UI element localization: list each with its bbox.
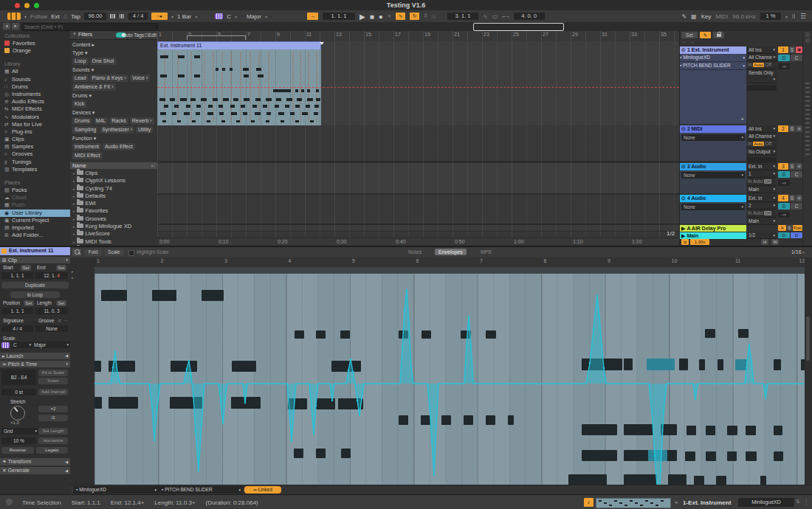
ghost-midi-note[interactable]: [486, 415, 495, 425]
arrangement-position-field[interactable]: 1. 1. 1: [323, 13, 355, 20]
grid-icon[interactable]: ▦: [691, 13, 697, 20]
filter-chip[interactable]: One Shot: [90, 58, 117, 65]
track-4-monitor[interactable]: In Auto Off: [747, 210, 777, 218]
folder-row-clips[interactable]: ▸Clips: [70, 170, 157, 177]
record-button[interactable]: ●: [379, 13, 383, 21]
ghost-midi-note[interactable]: [760, 476, 766, 485]
forward-arrow-icon[interactable]: →: [689, 39, 695, 44]
ghost-midi-note[interactable]: [316, 449, 326, 458]
time-signature-field[interactable]: 4 / 4: [128, 13, 148, 20]
ghost-midi-note[interactable]: [508, 415, 514, 425]
envelope-device-chooser[interactable]: ▪ MinilogueXD▾: [73, 486, 159, 494]
track-1-send-slot[interactable]: [747, 85, 777, 91]
folder-row-favorites[interactable]: ▸Favorites: [70, 207, 157, 215]
track-1-output-type[interactable]: Sends Only▾: [747, 69, 777, 83]
track-3-activator[interactable]: 3: [778, 163, 788, 170]
filter-chip[interactable]: Audio Effect: [103, 143, 135, 150]
clip-end-field[interactable]: 12. 1. 4: [35, 272, 68, 279]
track-2-solo-button[interactable]: S: [789, 125, 796, 132]
filter-chip[interactable]: Utility: [136, 126, 153, 134]
filter-group-content[interactable]: Content ▸: [72, 41, 156, 49]
track-3-solo-button[interactable]: S: [789, 163, 796, 170]
ghost-midi-note[interactable]: [774, 426, 782, 435]
ghost-midi-note[interactable]: [461, 330, 471, 339]
selected-midi-note[interactable]: [735, 359, 747, 370]
main-cue-volume[interactable]: D: [791, 232, 802, 238]
folder-row-defaults[interactable]: ▸Defaults: [70, 193, 157, 200]
track-2-output-type[interactable]: No Output▾: [747, 148, 777, 156]
track-1-volume[interactable]: D: [778, 55, 790, 61]
ghost-midi-note[interactable]: [341, 449, 351, 458]
editor-beat-ruler[interactable]: 123456789101112: [94, 257, 805, 268]
time-ruler[interactable]: 0:000:100:200:300:400:501:001:101:20: [157, 238, 679, 246]
ghost-midi-note[interactable]: [170, 397, 202, 409]
filter-chip[interactable]: Lead: [72, 75, 89, 82]
filter-chip[interactable]: Racks: [109, 117, 128, 125]
ghost-midi-note[interactable]: [582, 424, 617, 435]
quantize-value[interactable]: 1 Bar: [177, 13, 191, 20]
track-3-monitor[interactable]: In Auto Off: [747, 178, 777, 186]
ghost-midi-note[interactable]: [694, 476, 704, 485]
reenable-automation-button[interactable]: ↻: [410, 13, 419, 20]
status-help-icon[interactable]: [6, 499, 13, 505]
expand-arrow-icon[interactable]: ▸: [70, 171, 75, 176]
track-2-activator[interactable]: 2: [778, 125, 788, 132]
editor-left-gutter[interactable]: ▸ ▸: [70, 257, 95, 494]
half-tempo-button[interactable]: /2: [38, 415, 68, 421]
ghost-midi-note[interactable]: [746, 451, 757, 461]
ghost-midi-note[interactable]: [486, 330, 496, 339]
expand-arrow-icon[interactable]: ▸: [70, 224, 75, 229]
folder-row-clyphx-lessons[interactable]: ▸ClyphX Lessons: [70, 177, 157, 184]
track-4-activator[interactable]: 4: [778, 195, 788, 201]
groove-commit-icon[interactable]: ↺: [58, 318, 61, 323]
ghost-midi-note[interactable]: [101, 290, 127, 301]
track-3-meter-value[interactable]: -∞: [778, 180, 790, 186]
legato-button[interactable]: Legato: [36, 447, 68, 454]
sidebar-item-packs[interactable]: ▧Packs: [0, 187, 70, 194]
play-button[interactable]: ▶: [359, 13, 365, 21]
sidebar-item-clips[interactable]: ▣Clips: [0, 136, 70, 143]
tempo-field[interactable]: 96.00: [84, 13, 106, 20]
arrangement-clip-titlebar[interactable]: Ext. Instrument 11: [157, 41, 321, 49]
sidebar-item-current-project[interactable]: ▣Current Project: [0, 217, 70, 224]
track-4-solo-button[interactable]: S: [789, 195, 796, 201]
ghost-midi-note[interactable]: [727, 451, 737, 461]
clip-color-swatch[interactable]: [1, 249, 7, 254]
capture-midi-button[interactable]: ○: [432, 13, 436, 20]
ghost-midi-note[interactable]: [624, 359, 633, 370]
expand-arrow-icon[interactable]: ▸: [70, 217, 75, 221]
browser-back-button[interactable]: ◂: [3, 23, 10, 30]
ghost-midi-note[interactable]: [661, 424, 677, 435]
automation-arm-button[interactable]: ∿: [396, 13, 405, 20]
grid-value-chooser[interactable]: 1/16 ▾: [791, 249, 805, 254]
arrangement-clip[interactable]: Ext. Instrument 11: [157, 41, 321, 125]
clip-panel-titlebar[interactable]: Ext. Instrument 11: [0, 247, 70, 255]
track-1-input-type[interactable]: All Ins▾: [747, 46, 777, 54]
ghost-midi-note[interactable]: [202, 290, 224, 301]
sidebar-item-all[interactable]: ▦All: [0, 68, 70, 75]
filter-chip[interactable]: Drums: [72, 117, 92, 125]
reverse-button[interactable]: Reverse: [1, 447, 34, 454]
grid-chooser[interactable]: Grid▾: [1, 428, 38, 434]
expand-arrow-icon[interactable]: ▸: [70, 187, 75, 191]
punch-icons[interactable]: ⌐¬: [502, 13, 509, 20]
filter-chip[interactable]: Voice ›: [130, 75, 150, 82]
automation-pencil-toggle[interactable]: ✎: [700, 32, 711, 38]
ghost-midi-note[interactable]: [316, 398, 335, 409]
clip-length-field[interactable]: 11. 0. 3: [35, 308, 68, 314]
link-icon[interactable]: [7, 13, 21, 20]
track-2-lane[interactable]: [157, 125, 679, 163]
ghost-midi-note[interactable]: [685, 451, 695, 461]
position-set-button[interactable]: Set: [24, 300, 34, 306]
track-4-input-channel[interactable]: 2▾: [747, 202, 777, 210]
track-4-volume[interactable]: D: [778, 203, 790, 210]
hamburger-menu-icon[interactable]: ☰: [800, 13, 806, 20]
launch-section-header[interactable]: ▸ Launch◀: [0, 353, 70, 359]
expand-arrow-icon[interactable]: ▸: [70, 209, 75, 213]
sidebar-item-templates[interactable]: ▥Templates: [0, 166, 70, 173]
ghost-midi-note[interactable]: [582, 450, 617, 461]
track-1-arm-button[interactable]: ◉: [796, 46, 802, 53]
ghost-midi-note[interactable]: [94, 397, 102, 409]
track-3-arm-button[interactable]: ◉: [796, 163, 802, 170]
tab-mpe[interactable]: MPE: [481, 249, 492, 254]
